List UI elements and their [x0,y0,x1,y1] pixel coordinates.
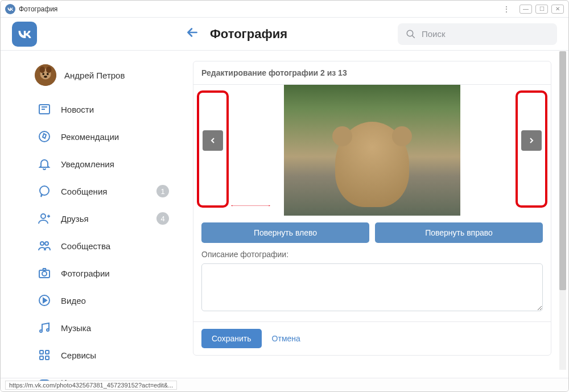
profile-name: Андрей Петров [64,71,125,80]
sidebar-item-label: Рекомендации [61,132,169,142]
window-controls: ⋮ — ☐ ✕ [502,5,564,14]
sidebar-item-photos[interactable]: Фотографии [35,261,171,285]
sidebar-item-label: Сообщения [61,187,147,196]
badge: 1 [156,185,169,197]
cancel-link[interactable]: Отмена [272,334,300,343]
back-arrow-icon[interactable] [185,25,200,43]
profile-link[interactable]: Андрей Петров [35,61,171,94]
sidebar-item-video[interactable]: Видео [35,288,171,312]
svg-point-5 [42,73,44,75]
sidebar-item-news[interactable]: Новости [35,97,171,121]
svg-point-18 [47,329,49,331]
description-label: Описание фотографии: [201,250,543,259]
vk-logo-icon[interactable] [12,22,37,47]
editor-heading: Редактирование фотографии 2 из 13 [193,61,551,85]
vk-favicon-icon [5,4,15,14]
badge: 4 [156,212,169,225]
svg-marker-26 [269,205,270,206]
svg-rect-22 [46,356,49,360]
rotate-right-button[interactable]: Повернуть вправо [375,222,543,243]
svg-marker-25 [231,205,232,206]
photo-editor-card: Редактирование фотографии 2 из 13 [193,61,551,356]
svg-point-6 [47,73,49,75]
grid-icon [37,348,52,362]
search-placeholder: Поиск [422,29,446,39]
svg-point-17 [40,330,42,332]
sidebar-item-label: Новости [61,105,169,114]
sidebar-item-label: Музыка [61,323,169,333]
svg-point-13 [45,242,48,245]
photo-stage [193,85,551,216]
svg-point-11 [41,214,46,218]
svg-point-9 [39,131,50,142]
svg-point-0 [407,30,413,36]
camera-icon [37,266,52,280]
photo-preview [284,85,460,216]
next-photo-button[interactable] [521,130,542,151]
prev-photo-button[interactable] [203,130,223,151]
svg-point-12 [40,242,44,245]
sidebar-item-friends[interactable]: Друзья 4 [35,207,171,230]
compass-icon [37,129,52,144]
sidebar-item-communities[interactable]: Сообщества [35,234,171,258]
window-title: Фотография [19,5,502,13]
description-textarea[interactable] [201,263,543,311]
user-icon [37,211,52,226]
sidebar-item-label: Видео [61,296,169,306]
menu-dots-icon[interactable]: ⋮ [502,5,510,14]
svg-point-7 [44,76,47,78]
music-icon [37,320,52,335]
sidebar-item-label: Сообщества [61,241,169,251]
main-content: Редактирование фотографии 2 из 13 [183,51,568,378]
sidebar: Андрей Петров Новости Рекомендации Уведо… [1,51,183,378]
rotate-left-button[interactable]: Повернуть влево [201,222,369,243]
sidebar-item-label: Уведомления [61,159,169,169]
svg-rect-19 [40,350,43,354]
svg-point-10 [40,186,49,195]
sidebar-item-music[interactable]: Музыка [35,316,171,340]
sidebar-item-recommendations[interactable]: Рекомендации [35,125,171,148]
save-button[interactable]: Сохранить [201,329,262,348]
play-icon [37,293,52,308]
sidebar-item-label: Друзья [61,214,147,224]
bell-icon [37,156,52,171]
sidebar-item-label: Фотографии [61,269,169,278]
avatar [35,64,56,86]
status-bar: https://m.vk.com/photo432567381_45723915… [1,378,568,391]
sidebar-item-messages[interactable]: Сообщения 1 [35,179,171,203]
svg-point-15 [42,271,47,276]
search-input[interactable]: Поиск [398,23,557,45]
annotation-double-arrow-icon [231,205,270,207]
newspaper-icon [37,102,52,117]
close-button[interactable]: ✕ [551,5,564,14]
svg-rect-20 [46,350,49,354]
window-title-bar: Фотография ⋮ — ☐ ✕ [1,1,568,18]
sidebar-item-notifications[interactable]: Уведомления [35,152,171,176]
maximize-button[interactable]: ☐ [535,5,548,14]
chat-icon [37,184,52,199]
search-icon [406,29,416,39]
minimize-button[interactable]: — [519,5,532,14]
app-bar: Фотография Поиск [1,18,568,51]
sidebar-item-services[interactable]: Сервисы [35,343,171,367]
scrollbar[interactable] [559,51,566,370]
status-url: https://m.vk.com/photo432567381_45723915… [5,381,177,390]
scrollbar-thumb[interactable] [559,51,566,290]
svg-rect-21 [40,356,43,360]
svg-point-4 [46,67,52,73]
users-icon [37,238,52,253]
page-title: Фотография [210,27,398,42]
svg-point-3 [40,67,46,73]
sidebar-item-label: Сервисы [61,350,169,360]
